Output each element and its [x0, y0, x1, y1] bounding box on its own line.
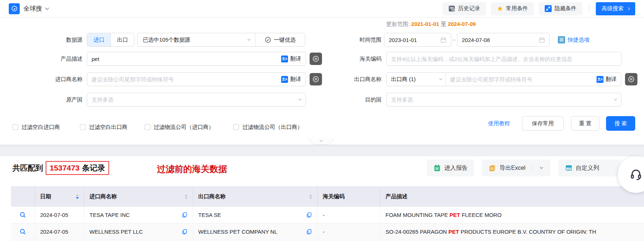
- cell-exporter: TESA SE: [193, 207, 318, 223]
- chevron-down-icon: [45, 6, 49, 10]
- filter-label: 过滤空白进口商: [22, 124, 60, 131]
- filter-checkbox[interactable]: [145, 124, 150, 130]
- match-prefix: 共匹配到: [12, 163, 43, 173]
- update-range-end: 2024-07-09: [448, 21, 476, 27]
- hide-conditions-label: 隐藏条件: [555, 5, 576, 12]
- translate-button[interactable]: 文A 翻译: [281, 56, 301, 62]
- chevron-down-icon: [614, 97, 617, 100]
- importer-input[interactable]: [92, 76, 281, 83]
- annotation-text: 过滤前的海关数据: [157, 163, 227, 175]
- tutorial-link[interactable]: 使用教程: [488, 116, 510, 131]
- copy-icon[interactable]: [306, 212, 312, 218]
- magnifier-icon[interactable]: [19, 211, 26, 218]
- datasource-select[interactable]: 已选中105个数据源: [138, 33, 255, 46]
- datasource-group: 已选中105个数据源 一键优选: [137, 33, 305, 47]
- table-icon: [565, 164, 572, 172]
- exporter-type-select[interactable]: 出口商 (1): [391, 73, 446, 86]
- more-options-button[interactable]: [625, 73, 637, 85]
- enter-report-button[interactable]: 进入报告: [427, 160, 474, 176]
- col-header-importer[interactable]: 进口商名称: [84, 186, 193, 207]
- button-divider: [532, 164, 533, 172]
- filter-label: 过滤物流公司（进口商）: [154, 124, 214, 131]
- export-tab[interactable]: 出口: [111, 33, 134, 46]
- data-source-toggle: 进口 出口: [87, 33, 134, 47]
- quick-options-link[interactable]: ⌘ 快捷选项: [558, 36, 590, 43]
- app-logo: [9, 3, 20, 14]
- translate-button[interactable]: 文A 翻译: [597, 76, 617, 83]
- sort-icon[interactable]: [185, 194, 188, 199]
- import-tab[interactable]: 进口: [87, 33, 111, 46]
- match-count-box: 1537473 条记录: [46, 161, 109, 175]
- copy-icon[interactable]: [306, 229, 312, 235]
- hs-code-input[interactable]: [391, 56, 617, 62]
- history-button[interactable]: 历史记录: [442, 2, 486, 15]
- match-count: 1537473: [50, 164, 80, 172]
- reset-button[interactable]: 重 置: [571, 116, 599, 131]
- filter-label: 过滤物流公司（出口商）: [242, 124, 303, 131]
- command-icon: ⌘: [558, 36, 565, 43]
- export-excel-button[interactable]: 导出Excel: [482, 160, 551, 176]
- app-title: 全球搜: [23, 4, 42, 13]
- filter-label: 过滤空白出口商: [89, 124, 127, 131]
- destination-country-select[interactable]: 支持多选: [386, 93, 621, 107]
- start-date-value: 2023-01-01: [389, 37, 417, 43]
- update-range-note: 更新范围: 2021-01-01 至 2024-07-09: [386, 21, 476, 28]
- col-header-exporter[interactable]: 出口商名称: [193, 186, 318, 207]
- sort-icon[interactable]: [309, 194, 312, 199]
- favorites-button[interactable]: ★ 常用条件: [491, 2, 534, 15]
- product-desc-field: 文A 翻译: [87, 52, 306, 66]
- app-switcher[interactable]: 全球搜: [9, 3, 49, 14]
- excel-icon: [488, 164, 496, 172]
- customize-columns-button[interactable]: 自定义列: [559, 160, 621, 176]
- save-common-button[interactable]: 保存常用: [522, 116, 564, 131]
- chevron-down-icon: [320, 139, 323, 142]
- collapse-panel-tab[interactable]: [309, 138, 334, 145]
- filter-checkbox[interactable]: [233, 124, 239, 130]
- export-dropdown-chevron[interactable]: [537, 168, 544, 168]
- translate-label: 翻译: [606, 76, 617, 83]
- headset-icon: [629, 168, 643, 181]
- hs-code-label: 海关编码: [308, 52, 382, 66]
- filter-blank-importer-option: 过滤空白进口商: [12, 123, 60, 131]
- destination-country-label: 目的国: [308, 93, 382, 107]
- copy-icon[interactable]: [181, 229, 188, 235]
- product-desc-input[interactable]: [92, 56, 281, 62]
- advanced-search-button[interactable]: 高级搜索: [596, 2, 635, 15]
- update-range-label: 更新范围:: [386, 21, 410, 27]
- quick-options-label: 快捷选项: [568, 37, 590, 43]
- exporter-input[interactable]: [446, 76, 597, 83]
- sort-icon[interactable]: [76, 194, 79, 199]
- chevron-down-icon: [248, 38, 250, 41]
- col-header-date[interactable]: 日期: [35, 186, 84, 207]
- origin-placeholder: 支持多选: [92, 96, 114, 103]
- time-range-label: 时间范围: [308, 33, 382, 47]
- cell-importer: TESA TAPE INC: [84, 207, 193, 223]
- history-icon: [448, 5, 455, 12]
- search-button[interactable]: 搜 索: [606, 116, 635, 131]
- copy-icon[interactable]: [181, 212, 188, 218]
- magnifier-icon[interactable]: [19, 228, 26, 235]
- translate-button[interactable]: 文A 翻译: [281, 76, 301, 83]
- filter-checkbox[interactable]: [12, 124, 18, 130]
- calendar-icon: [440, 37, 446, 43]
- one-click-optimize-button[interactable]: 一键优选: [255, 33, 305, 46]
- desc-text: SO-24-00265 PARAGON PET PRODUCTS EUROPE …: [386, 229, 596, 235]
- importer-field: 文A 翻译: [87, 72, 306, 86]
- origin-country-select[interactable]: 支持多选: [87, 93, 306, 107]
- cell-product-desc: SO-24-00265 PARAGON PET PRODUCTS EUROPE …: [380, 223, 644, 240]
- keyword-highlight: PET: [448, 229, 459, 235]
- export-label: 导出Excel: [499, 164, 525, 172]
- hs-code-field: [386, 52, 621, 66]
- end-date-input[interactable]: 2024-07-08: [457, 33, 550, 47]
- col-label-importer: 进口商名称: [89, 193, 117, 200]
- importer-name: TESA TAPE INC: [89, 212, 130, 218]
- translate-label: 翻译: [290, 56, 301, 62]
- hide-conditions-button[interactable]: 隐藏条件: [539, 2, 582, 15]
- update-range-start: 2021-01-01: [411, 21, 439, 27]
- col-label-hs-code: 海关编码: [323, 193, 345, 200]
- section-divider-band: [0, 145, 644, 156]
- exporter-name: WELLNESS PET COMPANY NL: [198, 229, 277, 235]
- topbar: 全球搜 历史记录 ★ 常用条件 隐藏条件 高级搜索: [0, 0, 644, 18]
- start-date-input[interactable]: 2023-01-01: [384, 33, 451, 47]
- filter-checkbox[interactable]: [80, 124, 86, 130]
